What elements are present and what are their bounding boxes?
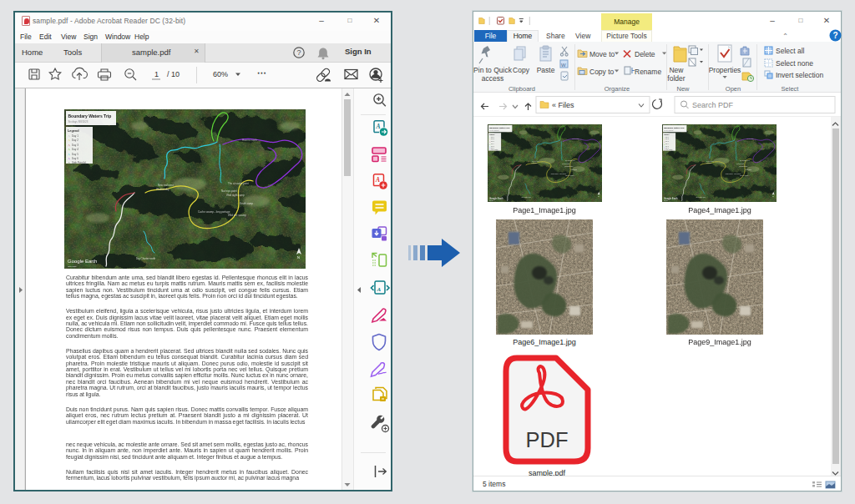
svg-text:Organize: Organize xyxy=(605,85,630,93)
svg-text:Pin to Quickaccess: Pin to Quickaccess xyxy=(473,66,513,83)
svg-text:Select none: Select none xyxy=(776,59,813,68)
svg-text:Search PDF: Search PDF xyxy=(692,101,734,109)
svg-text:W: W xyxy=(561,63,566,68)
svg-text:?: ? xyxy=(296,48,301,57)
svg-text:1: 1 xyxy=(154,70,159,78)
svg-text:Newfolder: Newfolder xyxy=(667,66,685,83)
svg-text:Paste: Paste xyxy=(537,66,555,74)
svg-text:A: A xyxy=(377,286,382,293)
svg-text:60%: 60% xyxy=(213,70,228,78)
svg-text:Copy: Copy xyxy=(513,66,530,74)
svg-text:Rename: Rename xyxy=(635,68,661,76)
svg-text:?: ? xyxy=(833,31,838,40)
svg-text:Clipboard: Clipboard xyxy=(508,85,535,93)
svg-text:New: New xyxy=(676,85,690,93)
svg-text:Move to: Move to xyxy=(589,50,615,58)
svg-text:Delete: Delete xyxy=(635,50,655,58)
svg-text:Open: Open xyxy=(726,85,741,93)
svg-text:Select: Select xyxy=(782,85,800,93)
svg-text:A: A xyxy=(376,123,381,130)
svg-text:Properties: Properties xyxy=(709,66,741,74)
svg-text:Invert selection: Invert selection xyxy=(776,71,823,79)
svg-text:⋯: ⋯ xyxy=(257,68,266,78)
svg-text:« Files: « Files xyxy=(552,101,574,109)
svg-text:/ 10: / 10 xyxy=(167,70,180,78)
svg-text:A: A xyxy=(375,176,380,184)
svg-text:Copy to: Copy to xyxy=(589,68,615,76)
svg-text:Select all: Select all xyxy=(776,47,805,55)
svg-text:PDF: PDF xyxy=(526,428,569,451)
